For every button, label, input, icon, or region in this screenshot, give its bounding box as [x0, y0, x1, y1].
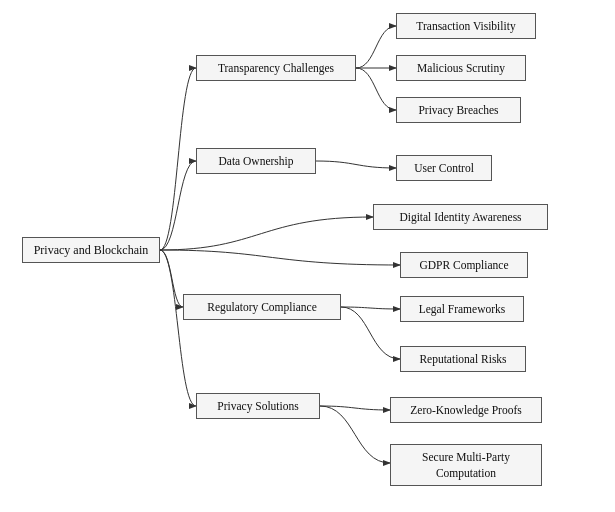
breaches-label: Privacy Breaches — [418, 102, 498, 118]
zkp-node: Zero-Knowledge Proofs — [390, 397, 542, 423]
breaches-node: Privacy Breaches — [396, 97, 521, 123]
malicious-node: Malicious Scrutiny — [396, 55, 526, 81]
digital-identity-node: Digital Identity Awareness — [373, 204, 548, 230]
regulatory-label: Regulatory Compliance — [207, 299, 317, 315]
transaction-label: Transaction Visibility — [416, 18, 515, 34]
root-label: Privacy and Blockchain — [34, 242, 149, 259]
regulatory-node: Regulatory Compliance — [183, 294, 341, 320]
user-control-label: User Control — [414, 160, 474, 176]
digital-identity-label: Digital Identity Awareness — [399, 209, 521, 225]
user-control-node: User Control — [396, 155, 492, 181]
transaction-node: Transaction Visibility — [396, 13, 536, 39]
data-ownership-node: Data Ownership — [196, 148, 316, 174]
zkp-label: Zero-Knowledge Proofs — [410, 402, 521, 418]
privacy-solutions-node: Privacy Solutions — [196, 393, 320, 419]
root-node: Privacy and Blockchain — [22, 237, 160, 263]
legal-label: Legal Frameworks — [419, 301, 506, 317]
privacy-solutions-label: Privacy Solutions — [217, 398, 298, 414]
legal-node: Legal Frameworks — [400, 296, 524, 322]
smpc-label: Secure Multi-PartyComputation — [422, 449, 510, 481]
transparency-node: Transparency Challenges — [196, 55, 356, 81]
reputational-node: Reputational Risks — [400, 346, 526, 372]
transparency-label: Transparency Challenges — [218, 60, 334, 76]
malicious-label: Malicious Scrutiny — [417, 60, 505, 76]
smpc-node: Secure Multi-PartyComputation — [390, 444, 542, 486]
gdpr-node: GDPR Compliance — [400, 252, 528, 278]
data-ownership-label: Data Ownership — [218, 153, 293, 169]
reputational-label: Reputational Risks — [419, 351, 506, 367]
gdpr-label: GDPR Compliance — [419, 257, 508, 273]
